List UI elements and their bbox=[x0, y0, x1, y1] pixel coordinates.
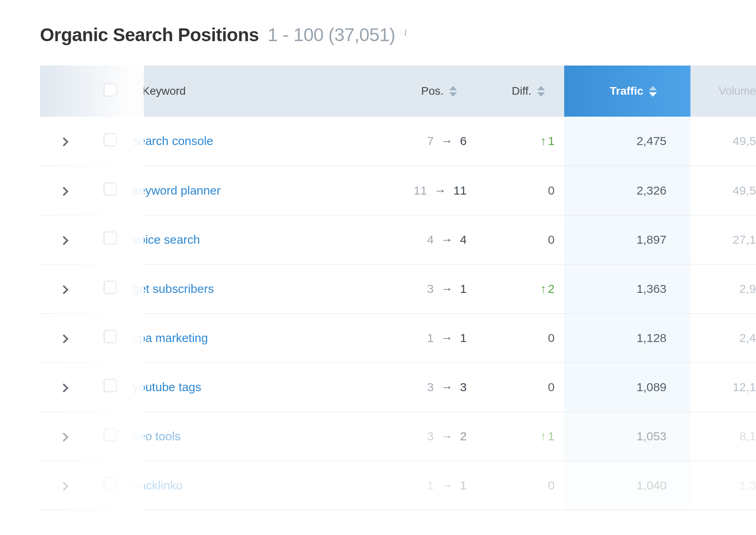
pos-from: 7 bbox=[427, 134, 434, 148]
col-traffic[interactable]: Traffic bbox=[564, 66, 690, 117]
diff-up: ↑1 bbox=[540, 430, 555, 443]
position-cell: 3→2 bbox=[427, 430, 467, 443]
keyword-link[interactable]: get subscribers bbox=[133, 282, 214, 295]
chevron-right-icon[interactable] bbox=[60, 236, 69, 245]
pos-to: 2 bbox=[460, 430, 467, 443]
arrow-right-icon: → bbox=[441, 479, 453, 492]
position-cell: 7→6 bbox=[427, 134, 467, 148]
col-checkbox bbox=[88, 66, 133, 117]
position-cell: 3→1 bbox=[427, 282, 467, 296]
chevron-right-icon[interactable] bbox=[60, 137, 69, 147]
diff-zero: 0 bbox=[548, 331, 555, 344]
arrow-right-icon: → bbox=[441, 430, 453, 443]
diff-zero: 0 bbox=[548, 184, 555, 197]
col-diff[interactable]: Diff. bbox=[476, 66, 564, 117]
traffic-value: 1,128 bbox=[564, 313, 690, 362]
page-title: Organic Search Positions bbox=[40, 24, 259, 46]
traffic-value: 1,040 bbox=[564, 461, 690, 510]
col-keyword-label: Keyword bbox=[142, 85, 186, 97]
diff-up: ↑1 bbox=[540, 134, 555, 147]
volume-value: 27,1 bbox=[690, 215, 756, 264]
sort-icon bbox=[537, 86, 545, 97]
traffic-value: 2,326 bbox=[564, 166, 690, 215]
pos-from: 3 bbox=[427, 282, 434, 296]
traffic-value: 1,363 bbox=[564, 264, 690, 313]
arrow-right-icon: → bbox=[441, 233, 453, 247]
diff-up: ↑2 bbox=[540, 282, 555, 295]
position-cell: 3→3 bbox=[427, 380, 467, 394]
table-row: seo tools3→2↑11,0538,1 bbox=[40, 412, 756, 461]
table-row: backlinko1→101,0401,3 bbox=[40, 461, 756, 510]
chevron-right-icon[interactable] bbox=[60, 285, 69, 294]
pos-to: 11 bbox=[454, 184, 467, 197]
keyword-link[interactable]: search console bbox=[133, 134, 213, 147]
row-checkbox[interactable] bbox=[103, 330, 117, 343]
pos-from: 3 bbox=[427, 430, 434, 443]
pos-from: 1 bbox=[427, 479, 434, 492]
arrow-right-icon: → bbox=[441, 331, 453, 345]
pos-from: 4 bbox=[427, 233, 434, 247]
chevron-right-icon[interactable] bbox=[60, 383, 69, 392]
diff-zero: 0 bbox=[548, 233, 555, 246]
col-pos[interactable]: Pos. bbox=[363, 66, 476, 117]
sort-icon bbox=[649, 86, 657, 97]
row-checkbox[interactable] bbox=[103, 280, 117, 294]
arrow-right-icon: → bbox=[441, 380, 453, 394]
row-checkbox[interactable] bbox=[103, 477, 117, 491]
pos-to: 1 bbox=[460, 331, 467, 345]
col-volume-label: Volume bbox=[719, 85, 756, 97]
info-icon[interactable]: i bbox=[404, 26, 407, 38]
chevron-right-icon[interactable] bbox=[60, 481, 69, 491]
row-checkbox[interactable] bbox=[103, 379, 117, 392]
pos-from: 11 bbox=[414, 184, 427, 197]
arrow-right-icon: → bbox=[441, 134, 453, 148]
position-cell: 1→1 bbox=[427, 479, 467, 492]
keyword-link[interactable]: youtube tags bbox=[133, 380, 201, 394]
col-diff-label: Diff. bbox=[512, 85, 531, 97]
diff-zero: 0 bbox=[548, 479, 555, 492]
row-checkbox[interactable] bbox=[103, 231, 117, 245]
pos-to: 1 bbox=[460, 282, 467, 296]
position-cell: 11→11 bbox=[414, 184, 467, 197]
keyword-link[interactable]: cpa marketing bbox=[133, 331, 208, 344]
pos-to: 3 bbox=[460, 380, 467, 394]
keyword-link[interactable]: backlinko bbox=[133, 479, 183, 492]
traffic-value: 1,089 bbox=[564, 362, 690, 412]
page-range: 1 - 100 (37,051) bbox=[268, 24, 395, 46]
chevron-right-icon[interactable] bbox=[60, 187, 69, 196]
col-volume[interactable]: Volume bbox=[690, 66, 756, 117]
volume-value: 49,5 bbox=[690, 117, 756, 166]
sort-icon bbox=[449, 86, 457, 97]
table-row: get subscribers3→1↑21,3632,9 bbox=[40, 264, 756, 313]
pos-to: 6 bbox=[460, 134, 467, 148]
keyword-link[interactable]: keyword planner bbox=[133, 184, 221, 197]
pos-to: 1 bbox=[460, 479, 467, 492]
col-keyword[interactable]: Keyword bbox=[133, 66, 363, 117]
pos-from: 3 bbox=[427, 380, 434, 394]
arrow-up-icon: ↑ bbox=[540, 134, 546, 148]
position-cell: 1→1 bbox=[427, 331, 467, 345]
col-traffic-label: Traffic bbox=[610, 85, 643, 97]
row-checkbox[interactable] bbox=[103, 182, 117, 196]
volume-value: 8,1 bbox=[690, 412, 756, 461]
volume-value: 2,4 bbox=[690, 313, 756, 362]
chevron-right-icon[interactable] bbox=[60, 432, 69, 442]
keyword-link[interactable]: voice search bbox=[133, 233, 200, 246]
keyword-link[interactable]: seo tools bbox=[133, 430, 181, 443]
volume-value: 12,1 bbox=[690, 362, 756, 412]
row-checkbox[interactable] bbox=[103, 428, 117, 442]
select-all-checkbox[interactable] bbox=[103, 83, 117, 97]
table-row: youtube tags3→301,08912,1 bbox=[40, 362, 756, 412]
positions-table: Keyword Pos. Diff. Traffic bbox=[40, 66, 756, 510]
col-pos-label: Pos. bbox=[421, 85, 444, 97]
chevron-right-icon[interactable] bbox=[60, 334, 69, 343]
volume-value: 1,3 bbox=[690, 461, 756, 510]
diff-zero: 0 bbox=[548, 380, 555, 394]
arrow-up-icon: ↑ bbox=[540, 282, 546, 296]
volume-value: 2,9 bbox=[690, 264, 756, 313]
table-row: cpa marketing1→101,1282,4 bbox=[40, 313, 756, 362]
table-row: search console7→6↑12,47549,5 bbox=[40, 117, 756, 166]
arrow-right-icon: → bbox=[441, 282, 453, 296]
row-checkbox[interactable] bbox=[103, 133, 117, 147]
arrow-right-icon: → bbox=[434, 184, 446, 197]
